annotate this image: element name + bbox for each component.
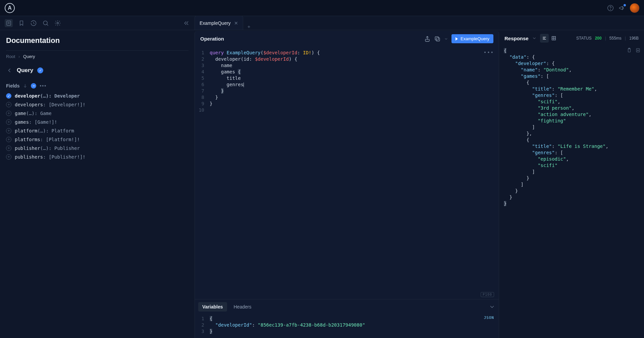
prettier-badge: P100: [481, 292, 494, 297]
svg-rect-2: [7, 21, 11, 25]
collapse-all-icon[interactable]: −: [31, 83, 36, 89]
field-name: developers: [Developer!]!: [15, 102, 86, 107]
fields-label: Fields: [6, 83, 19, 89]
field-row[interactable]: +developers: [Developer!]!: [6, 102, 189, 107]
plus-icon[interactable]: +: [6, 119, 11, 125]
field-row[interactable]: +platform(…): Platform: [6, 128, 189, 133]
response-time: 555ms: [609, 36, 622, 41]
check-icon[interactable]: ✓: [6, 93, 11, 99]
field-name: platform(…): Platform: [15, 128, 74, 133]
svg-point-7: [57, 22, 59, 24]
close-icon[interactable]: ✕: [234, 20, 238, 26]
field-row[interactable]: +games: [Game!]!: [6, 119, 189, 125]
svg-rect-10: [435, 37, 438, 40]
field-list: ✓developer(…): Developer+developers: [De…: [6, 93, 189, 160]
field-name: publishers: [Publisher!]!: [15, 154, 86, 160]
chevron-down-icon[interactable]: [532, 36, 537, 41]
plus-icon[interactable]: +: [6, 137, 11, 142]
svg-line-6: [47, 24, 48, 25]
breadcrumb: Root › Query: [6, 54, 189, 59]
field-row[interactable]: +publisher(…): Publisher: [6, 146, 189, 151]
field-row[interactable]: ✓developer(…): Developer: [6, 93, 189, 99]
page-title: Query: [17, 67, 33, 74]
breadcrumb-current: Query: [23, 54, 35, 59]
tab-variables[interactable]: Variables: [198, 302, 227, 312]
sort-icon[interactable]: [23, 83, 28, 88]
gear-icon[interactable]: [54, 20, 61, 26]
clipboard-icon[interactable]: [627, 48, 632, 53]
more-icon[interactable]: •••: [40, 83, 47, 89]
add-tab-button[interactable]: ＋: [243, 24, 255, 30]
status-label: STATUS: [576, 36, 592, 41]
field-name: publisher(…): Publisher: [15, 146, 80, 151]
plus-icon[interactable]: +: [6, 102, 11, 107]
plus-icon[interactable]: +: [6, 154, 11, 160]
view-json-icon[interactable]: [540, 34, 549, 43]
collapse-sidebar-icon[interactable]: [183, 20, 190, 26]
plus-icon[interactable]: +: [6, 111, 11, 116]
chevron-down-icon[interactable]: [444, 36, 448, 42]
doc-icon[interactable]: [5, 19, 13, 27]
tab-label: ExampleQuery: [200, 20, 231, 26]
documentation-title: Documentation: [6, 36, 189, 45]
field-name: platforms: [Platform!]!: [15, 137, 80, 142]
variables-editor[interactable]: JSON 1{2 "developerId": "856ec139-a7fb-4…: [195, 314, 499, 338]
bookmark-icon[interactable]: [18, 20, 25, 26]
back-icon[interactable]: [6, 67, 13, 74]
history-icon[interactable]: [30, 20, 37, 26]
field-row[interactable]: +publishers: [Publisher!]!: [6, 154, 189, 160]
operation-title: Operation: [200, 36, 224, 42]
response-size: 196B: [629, 36, 639, 41]
operation-editor[interactable]: ••• 1query ExampleQuery($developerId: ID…: [195, 47, 499, 299]
svg-point-5: [43, 21, 47, 25]
help-icon[interactable]: [607, 5, 614, 11]
documentation-panel: Documentation Root › Query Query ✓ Field…: [0, 30, 195, 338]
run-label: ExampleQuery: [461, 36, 489, 41]
apollo-logo[interactable]: A: [5, 3, 15, 13]
field-row[interactable]: +game(…): Game: [6, 111, 189, 116]
main-layout: Documentation Root › Query Query ✓ Field…: [0, 30, 644, 338]
field-row[interactable]: +platforms: [Platform!]!: [6, 137, 189, 142]
fields-header: Fields − •••: [6, 83, 189, 89]
more-icon[interactable]: •••: [484, 50, 494, 55]
top-bar: A: [0, 0, 644, 16]
run-button[interactable]: ExampleQuery: [451, 34, 493, 43]
plus-icon[interactable]: +: [6, 146, 11, 151]
check-icon: ✓: [37, 67, 43, 73]
chevron-right-icon: ›: [18, 54, 20, 59]
share-icon[interactable]: [424, 36, 431, 42]
response-body[interactable]: { "data": { "developer": { "name": "Dont…: [499, 46, 644, 338]
json-badge: JSON: [484, 316, 494, 320]
divider: [6, 50, 189, 51]
svg-rect-9: [436, 38, 440, 41]
svg-point-1: [610, 9, 611, 9]
search-icon[interactable]: [42, 20, 49, 26]
operation-panel: Operation ExampleQuery ••• 1query Exa: [195, 31, 499, 338]
chevron-down-icon[interactable]: [489, 303, 495, 310]
field-name: developer(…): Developer: [15, 93, 80, 99]
announcement-icon[interactable]: [619, 5, 625, 11]
response-panel: Response STATUS 200 | 555ms | 196B: [499, 30, 644, 338]
view-table-icon[interactable]: [549, 34, 558, 43]
toolbar: ExampleQuery ✕ ＋: [0, 16, 644, 30]
copy-icon[interactable]: [434, 36, 441, 42]
plus-icon[interactable]: +: [6, 128, 11, 133]
download-icon[interactable]: [635, 48, 641, 53]
response-title: Response: [504, 36, 529, 41]
status-code: 200: [595, 36, 602, 41]
play-icon: [455, 37, 458, 41]
tab-headers[interactable]: Headers: [230, 302, 256, 312]
field-name: game(…): Game: [15, 111, 52, 116]
breadcrumb-root[interactable]: Root: [6, 54, 15, 59]
avatar[interactable]: [630, 3, 639, 13]
tab-examplequery[interactable]: ExampleQuery ✕: [195, 16, 243, 30]
field-name: games: [Game!]!: [15, 119, 57, 125]
